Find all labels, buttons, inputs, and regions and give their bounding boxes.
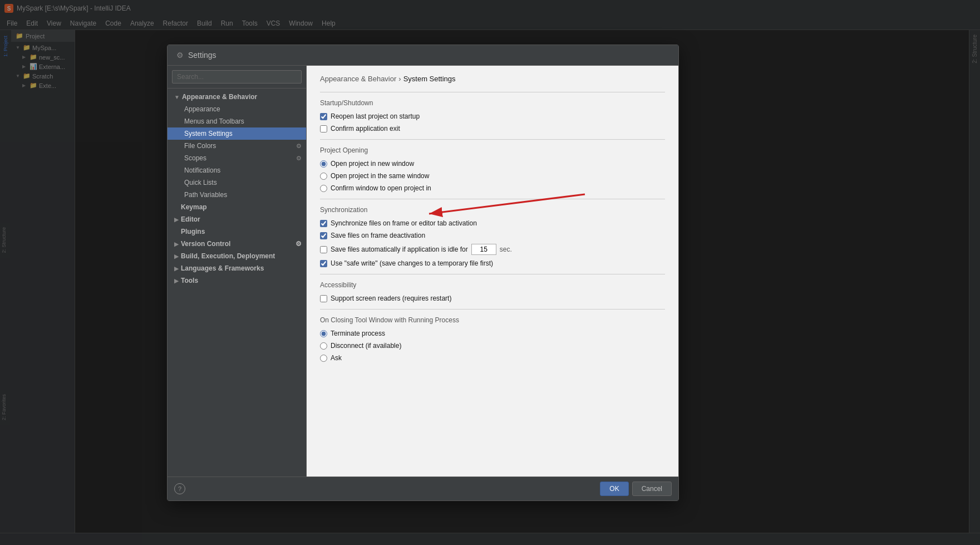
- option-disconnect: Disconnect (if available): [320, 342, 665, 350]
- sidebar-item-appearance[interactable]: Appearance: [168, 103, 306, 115]
- startup-shutdown-label: Startup/Shutdown: [320, 99, 665, 107]
- save-idle-checkbox[interactable]: [320, 246, 327, 253]
- divider-synchronization: [320, 199, 665, 199]
- breadcrumb: Appearance & Behavior › System Settings: [320, 75, 665, 83]
- section-header-keymap[interactable]: ▶ Keymap: [168, 201, 306, 213]
- section-label: Keymap: [181, 203, 207, 211]
- breadcrumb-current: System Settings: [403, 75, 456, 83]
- item-label: Scopes: [184, 154, 206, 162]
- option-save-idle: Save files automatically if application …: [320, 244, 665, 255]
- option-save-deactivation: Save files on frame deactivation: [320, 232, 665, 239]
- sync-files-label: Synchronize files on frame or editor tab…: [331, 219, 477, 227]
- dialog-title-bar: ⚙ Settings: [168, 45, 678, 66]
- disconnect-radio[interactable]: [320, 342, 327, 350]
- section-header-plugins[interactable]: ▶ Plugins: [168, 225, 306, 238]
- save-idle-label: Save files automatically if application …: [331, 246, 468, 253]
- section-label: Plugins: [181, 228, 205, 235]
- sync-files-checkbox[interactable]: [320, 220, 327, 227]
- synchronization-label: Synchronization: [320, 206, 665, 214]
- chevron-right-icon: ▶: [174, 253, 179, 259]
- section-label: Version Control: [181, 240, 230, 248]
- chevron-right-icon: ▶: [174, 217, 179, 223]
- option-reopen-last: Reopen last project on startup: [320, 112, 665, 120]
- terminate-label: Terminate process: [331, 330, 385, 337]
- section-header-build-execution[interactable]: ▶ Build, Execution, Deployment: [168, 250, 306, 262]
- safe-write-checkbox[interactable]: [320, 260, 327, 267]
- chevron-right-icon: ▶: [174, 278, 179, 284]
- section-header-version-control[interactable]: ▶ Version Control ⚙: [168, 238, 306, 250]
- settings-icon: ⚙: [296, 143, 302, 150]
- accessibility-label: Accessibility: [320, 281, 665, 289]
- item-label: Menus and Toolbars: [184, 117, 244, 125]
- dialog-footer: ? OK Cancel: [168, 477, 678, 500]
- ask-label: Ask: [331, 354, 342, 362]
- dialog-overlay: ⚙ Settings ▼ Appearance & Behavior: [0, 0, 980, 545]
- section-version-control: ▶ Version Control ⚙: [168, 238, 306, 250]
- chevron-right-icon: ▶: [174, 204, 179, 210]
- sidebar-item-quick-lists[interactable]: Quick Lists: [168, 176, 306, 189]
- section-label: Editor: [181, 215, 200, 223]
- divider-top: [320, 92, 665, 92]
- settings-search-input[interactable]: [172, 70, 302, 84]
- sidebar-item-scopes[interactable]: Scopes ⚙: [168, 152, 306, 164]
- settings-content: Appearance & Behavior › System Settings …: [307, 66, 678, 477]
- idle-seconds-input[interactable]: [471, 244, 496, 255]
- disconnect-label: Disconnect (if available): [331, 342, 401, 350]
- confirm-exit-checkbox[interactable]: [320, 125, 327, 132]
- project-opening-label: Project Opening: [320, 146, 665, 154]
- item-label: Quick Lists: [184, 179, 217, 186]
- settings-sidebar: ▼ Appearance & Behavior Appearance Menus…: [168, 66, 307, 477]
- ok-button[interactable]: OK: [600, 482, 628, 496]
- sidebar-item-menus-toolbars[interactable]: Menus and Toolbars: [168, 115, 306, 127]
- ask-radio[interactable]: [320, 355, 327, 362]
- screen-readers-checkbox[interactable]: [320, 295, 327, 302]
- closing-tool-label: On Closing Tool Window with Running Proc…: [320, 316, 665, 324]
- sidebar-item-file-colors[interactable]: File Colors ⚙: [168, 140, 306, 152]
- item-label: System Settings: [184, 130, 233, 138]
- confirm-window-radio[interactable]: [320, 185, 327, 192]
- settings-icon: ⚙: [296, 155, 302, 162]
- chevron-right-icon: ▶: [174, 241, 179, 247]
- divider-closing-tool: [320, 309, 665, 310]
- dialog-title: Settings: [188, 51, 216, 60]
- option-ask: Ask: [320, 354, 665, 362]
- section-label: Appearance & Behavior: [182, 93, 257, 101]
- settings-icon: ⚙: [296, 240, 302, 248]
- section-label: Tools: [181, 277, 198, 284]
- chevron-right-icon: ▶: [174, 266, 179, 272]
- divider-project-opening: [320, 139, 665, 140]
- terminate-radio[interactable]: [320, 330, 327, 337]
- item-label: Appearance: [184, 105, 220, 113]
- cancel-button[interactable]: Cancel: [632, 482, 672, 496]
- section-keymap: ▶ Keymap: [168, 201, 306, 213]
- section-header-editor[interactable]: ▶ Editor: [168, 213, 306, 225]
- section-header-appearance-behavior[interactable]: ▼ Appearance & Behavior: [168, 91, 306, 103]
- gear-icon: ⚙: [176, 51, 184, 60]
- same-window-radio[interactable]: [320, 173, 327, 180]
- reopen-checkbox[interactable]: [320, 113, 327, 120]
- sidebar-item-system-settings[interactable]: System Settings: [168, 127, 306, 140]
- save-deactivation-label: Save files on frame deactivation: [331, 232, 425, 239]
- settings-dialog: ⚙ Settings ▼ Appearance & Behavior: [167, 45, 679, 501]
- option-same-window: Open project in the same window: [320, 172, 665, 180]
- safe-write-label: Use "safe write" (save changes to a temp…: [331, 259, 493, 267]
- divider-accessibility: [320, 274, 665, 274]
- new-window-radio[interactable]: [320, 160, 327, 168]
- sec-label: sec.: [500, 246, 512, 253]
- help-button[interactable]: ?: [174, 483, 185, 494]
- breadcrumb-parent: Appearance & Behavior: [320, 75, 396, 83]
- sidebar-item-notifications[interactable]: Notifications: [168, 164, 306, 176]
- same-window-label: Open project in the same window: [331, 172, 429, 180]
- option-confirm-window: Confirm window to open project in: [320, 184, 665, 192]
- save-deactivation-checkbox[interactable]: [320, 232, 327, 239]
- item-label: Notifications: [184, 166, 220, 174]
- section-header-tools[interactable]: ▶ Tools: [168, 274, 306, 287]
- section-build-execution: ▶ Build, Execution, Deployment: [168, 250, 306, 262]
- settings-tree: ▼ Appearance & Behavior Appearance Menus…: [168, 89, 306, 477]
- sidebar-item-path-variables[interactable]: Path Variables: [168, 189, 306, 201]
- item-label: File Colors: [184, 142, 216, 150]
- section-editor: ▶ Editor: [168, 213, 306, 225]
- section-label: Languages & Frameworks: [181, 264, 264, 272]
- section-header-languages-frameworks[interactable]: ▶ Languages & Frameworks: [168, 262, 306, 274]
- dialog-body: ▼ Appearance & Behavior Appearance Menus…: [168, 66, 678, 477]
